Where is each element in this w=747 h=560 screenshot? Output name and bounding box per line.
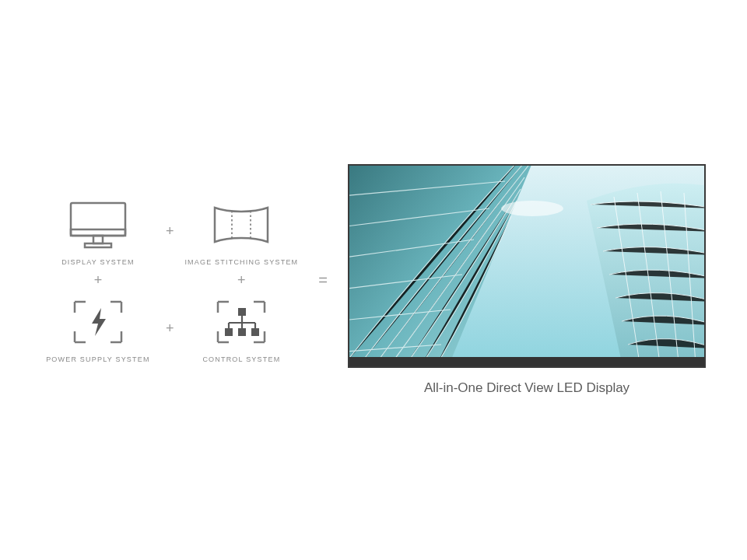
plus-icon: + [237, 272, 246, 289]
svg-rect-13 [238, 328, 246, 336]
svg-rect-2 [93, 236, 103, 243]
plus-icon: + [166, 223, 174, 240]
component-display-system: DISPLAY SYSTEM [61, 198, 135, 266]
control-icon [206, 295, 276, 349]
component-image-stitching: IMAGE STITCHING SYSTEM [184, 198, 298, 266]
result-label: All-in-One Direct View LED Display [424, 380, 630, 396]
component-control-system: CONTROL SYSTEM [202, 295, 280, 363]
svg-rect-3 [85, 243, 111, 247]
monitor-icon [63, 198, 133, 252]
svg-rect-0 [71, 203, 125, 236]
component-label: IMAGE STITCHING SYSTEM [184, 258, 298, 266]
plus-icon: + [94, 272, 103, 289]
power-icon [63, 295, 133, 349]
components-grid: DISPLAY SYSTEM + IMAGE STITCHING SYSTEM … [41, 198, 298, 363]
component-label: CONTROL SYSTEM [202, 355, 280, 363]
component-power-supply: POWER SUPPLY SYSTEM [46, 295, 150, 363]
led-display-image [348, 164, 706, 368]
equals-icon: = [314, 271, 332, 289]
result-block: All-in-One Direct View LED Display [348, 164, 706, 396]
display-bottom-bezel [349, 357, 704, 366]
plus-icon: + [166, 320, 174, 337]
svg-rect-14 [251, 328, 259, 336]
component-label: DISPLAY SYSTEM [61, 258, 135, 266]
svg-rect-12 [225, 328, 233, 336]
diagram-container: DISPLAY SYSTEM + IMAGE STITCHING SYSTEM … [0, 164, 747, 396]
svg-point-16 [501, 201, 563, 216]
svg-rect-6 [238, 308, 246, 316]
component-label: POWER SUPPLY SYSTEM [46, 355, 150, 363]
stitching-icon [206, 198, 276, 252]
